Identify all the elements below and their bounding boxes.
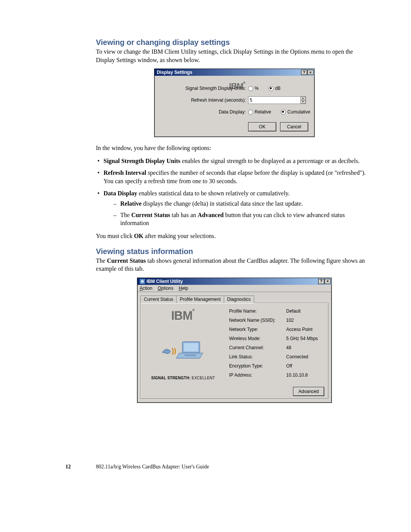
- svg-point-1: [141, 280, 144, 283]
- tab-current-status[interactable]: Current Status: [140, 296, 177, 303]
- page-footer: 12 802.11a/b/g Wireless CardBus Adapter:…: [96, 464, 373, 470]
- bullet-data-display: Data Display enables statistical data to…: [96, 189, 373, 227]
- svg-rect-4: [184, 343, 198, 351]
- kv-ip-address: IP Address:10.10.10.8: [229, 372, 324, 378]
- ibm-logo-large: IBM®: [171, 308, 195, 323]
- advanced-button[interactable]: Advanced: [293, 387, 324, 396]
- bullet-signal-strength: Signal Strength Display Units enables th…: [96, 157, 373, 165]
- kv-profile-name: Profile Name:Default: [229, 308, 324, 314]
- options-bullet-list: Signal Strength Display Units enables th…: [96, 157, 373, 227]
- tab-pane: IBM® )) SIGNAL STRENGTH: EXCELLENT: [140, 303, 328, 399]
- display-settings-dialog: Display Settings ? × IBM® Signal Strengt…: [154, 69, 315, 137]
- radio-cumulative[interactable]: Cumulative: [281, 109, 310, 115]
- laptop-illustration-icon: )): [160, 338, 206, 361]
- ok-note: You must click OK after making your sele…: [96, 232, 373, 240]
- page-number: 12: [65, 464, 71, 470]
- section-title-status-info: Viewing status information: [96, 247, 373, 256]
- section-title-display-settings: Viewing or changing display settings: [96, 38, 373, 47]
- kv-channel: Current Channel:48: [229, 345, 324, 350]
- titlebar-help-icon[interactable]: ?: [301, 70, 307, 75]
- display-settings-title: Display Settings: [157, 70, 192, 75]
- bullet-refresh-interval: Refresh Interval specifies the number of…: [96, 169, 373, 185]
- refresh-interval-spinner[interactable]: ▲ ▼: [300, 97, 306, 104]
- radio-db[interactable]: dB: [269, 86, 281, 91]
- footer-title: 802.11a/b/g Wireless CardBus Adapter: Us…: [96, 464, 209, 470]
- menubar: Action Options Help: [137, 285, 331, 292]
- kv-wireless-mode: Wireless Mode:5 GHz 54 Mbps: [229, 336, 324, 341]
- data-display-label: Data Display:: [158, 109, 248, 115]
- menu-action[interactable]: Action: [140, 286, 152, 291]
- refresh-interval-input[interactable]: ▲ ▼: [248, 96, 306, 104]
- titlebar-help-icon[interactable]: ?: [318, 279, 324, 284]
- tab-diagnostics[interactable]: Diagnostics: [224, 296, 254, 303]
- client-utility-dialog: IBM Client Utility ? × Action Options He…: [137, 278, 332, 403]
- cancel-button[interactable]: Cancel: [280, 122, 308, 131]
- display-settings-titlebar[interactable]: Display Settings ? ×: [155, 69, 314, 76]
- subbullet-relative: Relative displays the change (delta) in …: [113, 200, 373, 208]
- radio-percent[interactable]: %: [248, 86, 259, 91]
- client-utility-title: IBM Client Utility: [147, 279, 183, 284]
- radio-relative-label: Relative: [255, 109, 271, 115]
- tab-profile-management[interactable]: Profile Management: [176, 296, 224, 303]
- spinner-up-icon[interactable]: ▲: [300, 97, 306, 100]
- titlebar-close-icon[interactable]: ×: [325, 279, 331, 284]
- kv-encryption: Encryption Type:Off: [229, 363, 324, 369]
- radio-db-label: dB: [275, 86, 281, 91]
- after-dialog-text: In the window, you have the following op…: [96, 144, 373, 152]
- refresh-interval-field[interactable]: [249, 97, 300, 104]
- svg-text:)): )): [172, 347, 176, 355]
- kv-link-status: Link Status:Connected: [229, 354, 324, 359]
- intro-status-info: The Current Status tab shows general inf…: [96, 257, 373, 273]
- menu-help[interactable]: Help: [179, 286, 188, 291]
- radio-relative[interactable]: Relative: [248, 109, 271, 115]
- radio-percent-label: %: [255, 86, 259, 91]
- intro-display-settings: To view or change the IBM Client Utility…: [96, 48, 373, 64]
- app-icon: [140, 279, 145, 284]
- refresh-interval-label: Refresh Interval (seconds):: [158, 97, 248, 103]
- ibm-logo-small: IBM®: [229, 81, 246, 91]
- kv-network-type: Network Type:Access Point: [229, 327, 324, 332]
- svg-rect-6: [185, 355, 196, 356]
- ok-button[interactable]: OK: [248, 122, 276, 131]
- kv-ssid: Network Name (SSID):102: [229, 318, 324, 323]
- spinner-down-icon[interactable]: ▼: [300, 100, 306, 104]
- radio-cumulative-label: Cumulative: [287, 109, 310, 115]
- tabs: Current Status Profile Management Diagno…: [140, 296, 328, 303]
- subbullet-advanced: The Current Status tab has an Advanced b…: [113, 211, 373, 227]
- titlebar-close-icon[interactable]: ×: [307, 70, 314, 75]
- menu-options[interactable]: Options: [158, 286, 173, 291]
- client-utility-titlebar[interactable]: IBM Client Utility ? ×: [137, 278, 331, 285]
- signal-strength-readout: SIGNAL STRENGTH: EXCELLENT: [151, 376, 215, 380]
